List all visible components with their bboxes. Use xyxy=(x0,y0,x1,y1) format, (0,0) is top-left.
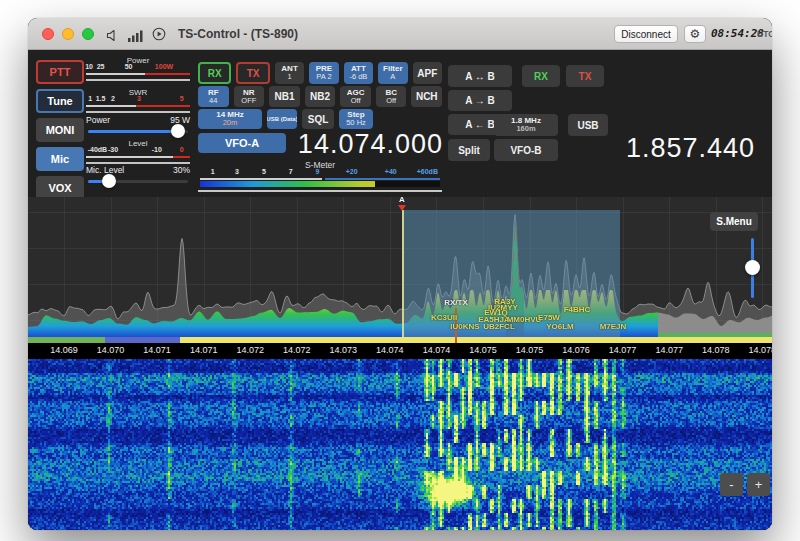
mic-slider-knob[interactable] xyxy=(102,174,116,188)
button-rf[interactable]: RF44 xyxy=(198,86,229,107)
disconnect-button[interactable]: Disconnect xyxy=(614,25,678,43)
settings-button[interactable]: ⚙ xyxy=(684,25,706,43)
meter-tick: 10 xyxy=(85,63,93,70)
vfo-a-button[interactable]: VFO-A xyxy=(198,133,286,153)
waterfall-zoom-in-button[interactable]: + xyxy=(747,473,770,496)
s-meter-scale-high xyxy=(325,178,440,180)
power-slider-track[interactable] xyxy=(88,130,188,133)
window-title: TS-Control - (TS-890) xyxy=(178,27,298,41)
meter-tick: +60dB xyxy=(417,168,438,175)
meter-tick: 9 xyxy=(316,168,320,175)
frequency-label: 14.073 xyxy=(330,345,358,355)
ref-level-slider-knob[interactable] xyxy=(745,260,760,275)
spectrum-canvas[interactable] xyxy=(28,197,772,338)
close-window-button[interactable] xyxy=(42,28,54,40)
swr-meter-bar xyxy=(86,111,190,113)
frequency-scale[interactable]: 14.06914.07014.07114.07114.07214.07214.0… xyxy=(28,337,772,359)
signal-strength-icon[interactable] xyxy=(128,28,144,46)
callsign-label[interactable]: UB2FCL xyxy=(483,322,515,331)
button-nb2[interactable]: NB2 xyxy=(305,86,336,107)
button-step[interactable]: Step50 Hz xyxy=(339,109,373,129)
split-button[interactable]: Split xyxy=(448,139,490,161)
vfo-b-button[interactable]: VFO-B xyxy=(494,139,558,161)
meter-tick: -40dB xyxy=(88,146,107,153)
mic-level-meter-scale xyxy=(86,156,190,158)
spectrum-display[interactable]: A RX/TX RA3YIU2MYYEW1QKC3UIIEA5HJAMM0HVU… xyxy=(28,197,772,338)
frequency-label: 14.071 xyxy=(143,345,171,355)
callsign-label[interactable]: M7EJN xyxy=(600,322,627,331)
callsign-label[interactable]: YO6LM xyxy=(546,322,574,331)
vfo-a-frequency[interactable]: 14.074.000 xyxy=(298,129,443,160)
gear-icon: ⚙ xyxy=(690,27,701,41)
app-window: TS-Control - (TS-890) Disconnect ⚙ 08:54… xyxy=(28,18,772,530)
frequency-label: 14.071 xyxy=(190,345,218,355)
button-agc[interactable]: AGCOff xyxy=(340,86,371,107)
button-pre[interactable]: PREPA 2 xyxy=(309,62,338,84)
meter-tick: 1.5 xyxy=(96,95,106,102)
button-rx[interactable]: RX xyxy=(198,62,231,84)
spectrum-menu-button[interactable]: S.Menu xyxy=(710,212,758,231)
ab-swap-button[interactable]: A ↔ B xyxy=(448,65,512,87)
meter-tick: 1 xyxy=(211,168,215,175)
power-meter: Power 102550100W xyxy=(86,56,190,86)
mic-level-control: Mic. Level 30% xyxy=(86,165,190,193)
button-nb1[interactable]: NB1 xyxy=(269,86,300,107)
waterfall-canvas[interactable] xyxy=(28,359,772,530)
sub-rx-button[interactable]: RX xyxy=(522,65,560,87)
left-button-tune[interactable]: Tune xyxy=(36,89,84,113)
frequency-label: 14.078 xyxy=(748,345,772,355)
frequency-label: 14.076 xyxy=(562,345,590,355)
mic-slider-track[interactable] xyxy=(88,180,188,183)
playback-icon[interactable] xyxy=(152,27,166,45)
callsign-label[interactable]: F4BHC xyxy=(564,305,591,314)
minimize-window-button[interactable] xyxy=(62,28,74,40)
meter-tick: -30 xyxy=(108,146,118,153)
callsign-label[interactable]: KC3UII xyxy=(431,313,457,322)
speaker-icon[interactable] xyxy=(106,28,119,46)
meter-tick: +40 xyxy=(385,168,397,175)
meter-tick: 3 xyxy=(137,95,141,102)
marker-triangle-icon xyxy=(398,205,406,211)
meter-tick: 1 xyxy=(88,95,92,102)
vfo-b-band-button[interactable]: 1.8 MHz 160m xyxy=(494,114,558,136)
callsign-label[interactable]: IU0KNS xyxy=(450,322,479,331)
button-ant[interactable]: ANT1 xyxy=(275,62,304,84)
vfo-b-frequency[interactable]: 1.857.440 xyxy=(626,133,755,164)
mic-slider-label: Mic. Level xyxy=(86,165,124,175)
left-button-moni[interactable]: MONI xyxy=(36,118,84,142)
button-apf[interactable]: APF xyxy=(413,62,442,84)
vfo-a-marker-label: A xyxy=(399,195,405,204)
mic-level-meter-bar xyxy=(86,162,190,164)
power-slider-label: Power xyxy=(86,115,110,125)
power-meter-scale xyxy=(86,73,190,75)
button-nr[interactable]: NROFF xyxy=(234,86,265,107)
power-slider-knob[interactable] xyxy=(171,124,185,138)
waterfall-display[interactable]: - + xyxy=(28,359,772,530)
vfo-b-mode-button[interactable]: USB xyxy=(568,114,608,136)
s-meter-bar xyxy=(200,181,440,187)
button-usb-data-[interactable]: USB (Data) xyxy=(267,109,297,129)
zoom-window-button[interactable] xyxy=(82,28,94,40)
sub-tx-button[interactable]: TX xyxy=(566,65,604,87)
button-filter[interactable]: FilterA xyxy=(378,62,407,84)
button-14-mhz[interactable]: 14 MHz20m xyxy=(198,109,262,129)
s-meter-scale-low xyxy=(200,178,322,180)
callsign-label[interactable]: E75W xyxy=(538,313,560,322)
meter-tick: -10 xyxy=(152,146,162,153)
meter-tick: 7 xyxy=(289,168,293,175)
button-bc[interactable]: BCOff xyxy=(376,86,407,107)
waterfall-zoom-out-button[interactable]: - xyxy=(720,473,743,496)
button-nch[interactable]: NCH xyxy=(411,86,442,107)
button-tx[interactable]: TX xyxy=(236,62,269,84)
a-to-b-button[interactable]: A → B xyxy=(448,90,512,111)
left-button-ptt[interactable]: PTT xyxy=(36,60,84,84)
frequency-labels: 14.06914.07014.07114.07114.07214.07214.0… xyxy=(28,343,772,359)
meter-tick: 0 xyxy=(180,146,184,153)
button-sql[interactable]: SQL xyxy=(302,109,334,129)
titlebar: TS-Control - (TS-890) Disconnect ⚙ 08:54… xyxy=(28,18,772,50)
frequency-label: 14.077 xyxy=(655,345,683,355)
button-att[interactable]: ATT-6 dB xyxy=(344,62,373,84)
left-button-mic[interactable]: Mic xyxy=(36,147,84,171)
meter-tick: 5 xyxy=(180,95,184,102)
frequency-label: 14.070 xyxy=(97,345,125,355)
